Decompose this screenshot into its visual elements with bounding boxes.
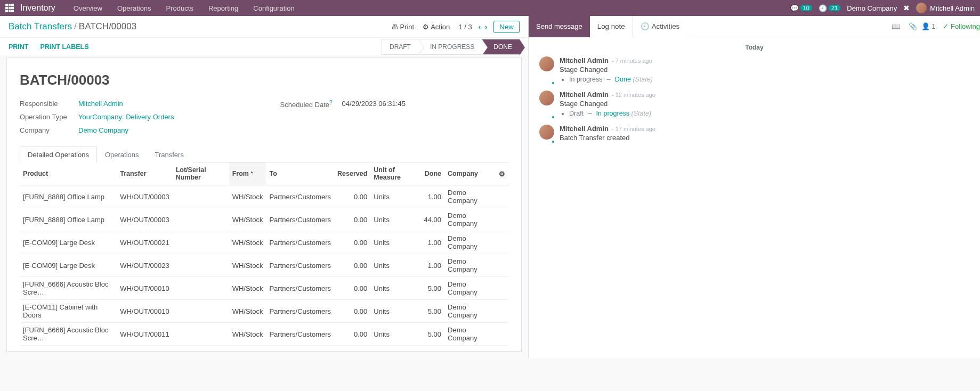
activity-clock-icon[interactable]: 🕘 21 — [819, 4, 840, 12]
tab-detailed-operations[interactable]: Detailed Operations — [20, 146, 97, 162]
col-from[interactable]: From˄ — [229, 162, 266, 185]
new-button[interactable]: New — [493, 21, 520, 33]
cell-lot — [173, 208, 229, 231]
cell-to: Partners/Customers — [266, 185, 334, 208]
tab-operations[interactable]: Operations — [97, 146, 147, 162]
status-draft[interactable]: DRAFT — [382, 39, 418, 55]
cell-done: 1.00 — [420, 185, 444, 208]
cell-company: Demo Company — [444, 254, 496, 277]
cell-uom: Units — [370, 208, 420, 231]
breadcrumb-root[interactable]: Batch Transfers — [9, 21, 72, 32]
table-row[interactable]: [E-COM09] Large DeskWH/OUT/00021WH/Stock… — [20, 231, 508, 254]
cell-product: [E-COM11] Cabinet with Doors — [20, 300, 117, 323]
topnav-reporting[interactable]: Reporting — [202, 4, 245, 12]
cell-to: Partners/Customers — [266, 323, 334, 346]
arrow-icon: → — [605, 76, 612, 83]
cell-opts — [496, 277, 508, 300]
cell-opts — [496, 323, 508, 346]
company-switcher[interactable]: Demo Company — [847, 4, 897, 12]
cell-transfer: WH/OUT/00010 — [117, 277, 172, 300]
cell-company: Demo Company — [444, 231, 496, 254]
cell-uom: Units — [370, 300, 420, 323]
action-print[interactable]: PRINT — [9, 43, 29, 51]
cell-done: 1.00 — [420, 231, 444, 254]
topnav-overview[interactable]: Overview — [67, 4, 109, 12]
optype-label: Operation Type — [20, 113, 78, 121]
action-print-labels[interactable]: PRINT LABELS — [41, 43, 89, 51]
pager-next-icon[interactable]: › — [483, 23, 489, 31]
cell-to: Partners/Customers — [266, 231, 334, 254]
stage-to[interactable]: In progress — [596, 110, 630, 117]
app-title[interactable]: Inventory — [20, 3, 55, 13]
table-row[interactable]: [E-COM09] Large DeskWH/OUT/00023WH/Stock… — [20, 254, 508, 277]
cell-from: WH/Stock — [229, 208, 266, 231]
cell-company: Demo Company — [444, 208, 496, 231]
col-product[interactable]: Product — [20, 162, 117, 185]
company-label: Company — [20, 126, 78, 134]
chatter-message: Mitchell Admin- 17 minutes agoBatch Tran… — [539, 125, 969, 142]
user-menu[interactable]: Mitchell Admin — [916, 3, 975, 13]
activities-button[interactable]: 🕘Activities — [633, 16, 687, 37]
pager-prev-icon[interactable]: ‹ — [476, 23, 483, 31]
cell-opts — [496, 254, 508, 277]
book-icon[interactable]: 📖 — [887, 22, 904, 30]
follower-icon[interactable]: 👤 — [921, 22, 930, 30]
col-uom[interactable]: Unit of Measure — [370, 162, 420, 185]
table-row[interactable]: [FURN_6666] Acoustic Bloc Scre…WH/OUT/00… — [20, 277, 508, 300]
print-button[interactable]: 🖶 Print — [387, 23, 418, 31]
responsible-value[interactable]: Mitchell Admin — [78, 100, 123, 108]
topnav-operations[interactable]: Operations — [111, 4, 158, 12]
cell-uom: Units — [370, 231, 420, 254]
col-company[interactable]: Company — [444, 162, 496, 185]
follower-count[interactable]: 1 — [932, 22, 935, 30]
date-separator: Today — [539, 44, 969, 51]
cell-opts — [496, 208, 508, 231]
col-reserved[interactable]: Reserved — [334, 162, 370, 185]
record-title: BATCH/00003 — [20, 72, 508, 88]
message-author[interactable]: Mitchell Admin — [560, 91, 609, 99]
optype-value[interactable]: YourCompany: Delivery Orders — [78, 113, 174, 121]
col-options-icon[interactable]: ⚙ — [496, 162, 508, 185]
cell-uom: Units — [370, 323, 420, 346]
user-name: Mitchell Admin — [930, 4, 975, 12]
col-done[interactable]: Done — [420, 162, 444, 185]
log-note-button[interactable]: Log note — [590, 16, 633, 37]
cell-done: 1.00 — [420, 254, 444, 277]
message-author[interactable]: Mitchell Admin — [560, 125, 609, 133]
message-time: - 17 minutes ago — [612, 126, 655, 132]
send-message-button[interactable]: Send message — [529, 16, 590, 37]
company-value[interactable]: Demo Company — [78, 126, 128, 134]
action-button[interactable]: ⚙ Action — [418, 23, 454, 31]
cell-opts — [496, 185, 508, 208]
table-row[interactable]: [FURN_6666] Acoustic Bloc Scre…WH/OUT/00… — [20, 323, 508, 346]
apps-icon[interactable] — [5, 4, 14, 12]
cell-from: WH/Stock — [229, 185, 266, 208]
table-row[interactable]: [FURN_8888] Office LampWH/OUT/00003WH/St… — [20, 185, 508, 208]
cell-lot — [173, 254, 229, 277]
topnav-configuration[interactable]: Configuration — [247, 4, 301, 12]
table-row[interactable]: [FURN_8888] Office LampWH/OUT/00003WH/St… — [20, 208, 508, 231]
following-button[interactable]: ✓ Following — [943, 22, 980, 30]
col-lot[interactable]: Lot/Serial Number — [173, 162, 229, 185]
status-inprogress[interactable]: IN PROGRESS — [418, 39, 482, 55]
pager-text[interactable]: 1 / 3 — [458, 23, 472, 31]
help-icon[interactable]: ? — [329, 100, 333, 105]
cell-transfer: WH/OUT/00003 — [117, 185, 172, 208]
cell-uom: Units — [370, 185, 420, 208]
stage-meta: (State) — [633, 76, 653, 83]
col-transfer[interactable]: Transfer — [117, 162, 172, 185]
table-row[interactable]: [E-COM11] Cabinet with DoorsWH/OUT/00010… — [20, 300, 508, 323]
cell-from: WH/Stock — [229, 300, 266, 323]
col-to[interactable]: To — [266, 162, 334, 185]
message-author[interactable]: Mitchell Admin — [560, 56, 609, 64]
tab-transfers[interactable]: Transfers — [147, 146, 192, 162]
debug-icon[interactable]: ✖ — [903, 4, 910, 12]
cell-to: Partners/Customers — [266, 208, 334, 231]
stage-to[interactable]: Done — [615, 76, 631, 83]
attachment-icon[interactable]: 📎 — [904, 22, 921, 30]
message-avatar — [539, 56, 554, 83]
topnav-products[interactable]: Products — [160, 4, 200, 12]
cell-transfer: WH/OUT/00010 — [117, 300, 172, 323]
messages-icon[interactable]: 💬 10 — [790, 4, 812, 12]
cell-company: Demo Company — [444, 185, 496, 208]
